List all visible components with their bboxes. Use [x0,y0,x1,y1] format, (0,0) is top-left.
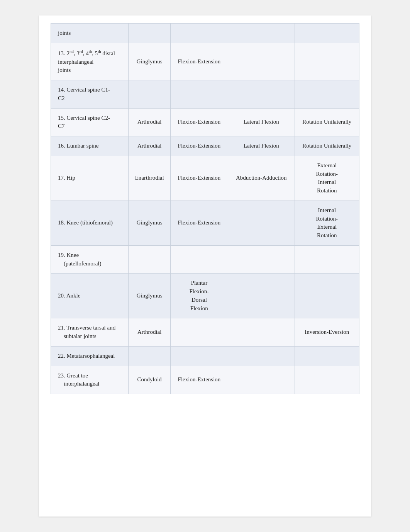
other-movement-cell [295,24,359,43]
table-row: 19. Knee (patellofemoral) [51,245,359,274]
table-row: 20. AnkleGinglymusPlantarFlexion-DorsalF… [51,274,359,318]
other-movement-cell [295,366,359,394]
joint-type-cell: Enarthrodial [129,156,171,201]
joint-name-cell: 16. Lumbar spine [51,136,129,156]
other-movement-cell: ExternalRotation-InternalRotation [295,156,359,201]
secondary-movement-cell: Lateral Flexion [228,136,295,156]
primary-movement-cell [170,318,228,347]
joint-type-cell [129,80,171,109]
joint-type-cell: Arthrodial [129,108,171,136]
joint-name-cell: 22. Metatarsophalangeal [51,346,129,366]
other-movement-cell: InternalRotation-ExternalRotation [295,201,359,245]
secondary-movement-cell [228,80,295,109]
primary-movement-cell: Flexion-Extension [170,366,228,394]
joint-name-cell: 18. Knee (tibiofemoral) [51,201,129,245]
secondary-movement-cell [228,24,295,43]
primary-movement-cell: Flexion-Extension [170,136,228,156]
secondary-movement-cell [228,43,295,80]
joint-name-cell: 14. Cervical spine C1-C2 [51,80,129,109]
joint-type-cell: Ginglymus [129,274,171,318]
secondary-movement-cell [228,245,295,274]
table-row: 21. Transverse tarsal and subtalar joint… [51,318,359,347]
secondary-movement-cell [228,346,295,366]
primary-movement-cell [170,24,228,43]
table-row: 22. Metatarsophalangeal [51,346,359,366]
joint-type-cell [129,245,171,274]
other-movement-cell [295,80,359,109]
joint-type-cell [129,346,171,366]
joint-type-cell: Arthrodial [129,136,171,156]
other-movement-cell: Rotation Unilaterally [295,108,359,136]
other-movement-cell [295,346,359,366]
secondary-movement-cell [228,366,295,394]
joint-type-cell: Arthrodial [129,318,171,347]
table-row: joints [51,24,359,43]
table-row: 18. Knee (tibiofemoral)GinglymusFlexion-… [51,201,359,245]
secondary-movement-cell [228,274,295,318]
primary-movement-cell [170,80,228,109]
table-row: 23. Great toe interphalangealCondyloidFl… [51,366,359,394]
table-row: 17. HipEnarthrodialFlexion-ExtensionAbdu… [51,156,359,201]
other-movement-cell [295,274,359,318]
secondary-movement-cell: Abduction-Adduction [228,156,295,201]
joint-name-cell: 17. Hip [51,156,129,201]
primary-movement-cell: Flexion-Extension [170,43,228,80]
secondary-movement-cell [228,318,295,347]
primary-movement-cell: PlantarFlexion-DorsalFlexion [170,274,228,318]
joint-type-cell: Ginglymus [129,201,171,245]
table-row: 14. Cervical spine C1-C2 [51,80,359,109]
joint-name-cell: 15. Cervical spine C2-C7 [51,108,129,136]
table-row: 16. Lumbar spineArthrodialFlexion-Extens… [51,136,359,156]
joint-name-cell: joints [51,24,129,43]
joint-type-cell: Condyloid [129,366,171,394]
primary-movement-cell: Flexion-Extension [170,156,228,201]
joint-name-cell: 19. Knee (patellofemoral) [51,245,129,274]
primary-movement-cell [170,346,228,366]
secondary-movement-cell: Lateral Flexion [228,108,295,136]
joints-table: joints13. 2nd, 3rd, 4th, 5th distalinter… [51,23,359,394]
table-row: 15. Cervical spine C2-C7ArthrodialFlexio… [51,108,359,136]
primary-movement-cell [170,245,228,274]
joint-name-cell: 20. Ankle [51,274,129,318]
other-movement-cell [295,43,359,80]
other-movement-cell [295,245,359,274]
other-movement-cell: Inversion-Eversion [295,318,359,347]
primary-movement-cell: Flexion-Extension [170,108,228,136]
joint-name-cell: 23. Great toe interphalangeal [51,366,129,394]
page-container: joints13. 2nd, 3rd, 4th, 5th distalinter… [39,15,371,517]
joint-type-cell: Ginglymus [129,43,171,80]
primary-movement-cell: Flexion-Extension [170,201,228,245]
secondary-movement-cell [228,201,295,245]
joint-name-cell: 13. 2nd, 3rd, 4th, 5th distalinterphalan… [51,43,129,80]
joint-type-cell [129,24,171,43]
joint-name-cell: 21. Transverse tarsal and subtalar joint… [51,318,129,347]
table-row: 13. 2nd, 3rd, 4th, 5th distalinterphalan… [51,43,359,80]
other-movement-cell: Rotation Unilaterally [295,136,359,156]
